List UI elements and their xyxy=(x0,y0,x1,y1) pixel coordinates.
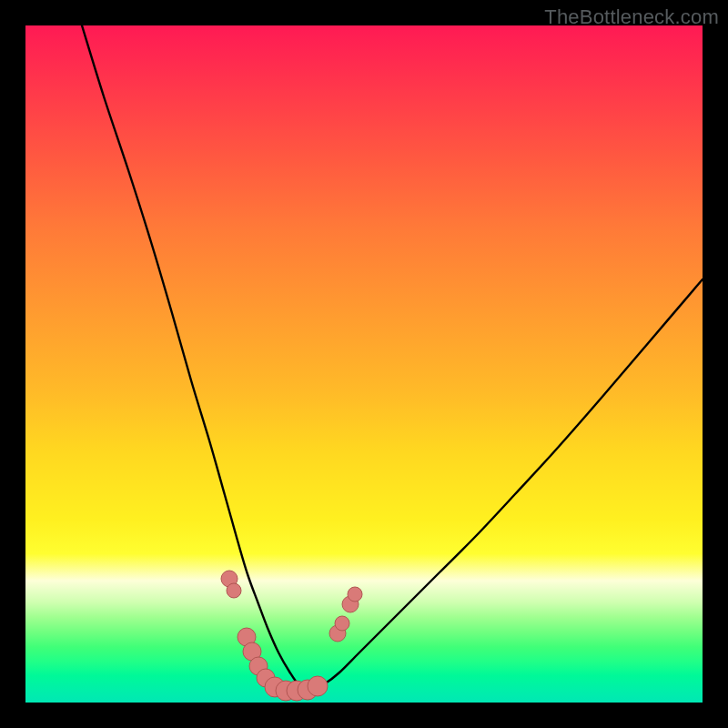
chart-plot-area xyxy=(25,25,703,703)
bottleneck-curve-path xyxy=(82,25,703,690)
curve-marker xyxy=(335,616,349,631)
curve-markers-group xyxy=(221,571,362,701)
bottleneck-curve-svg xyxy=(25,25,703,703)
curve-marker xyxy=(308,676,328,696)
curve-marker xyxy=(227,583,241,598)
curve-marker xyxy=(348,587,362,602)
